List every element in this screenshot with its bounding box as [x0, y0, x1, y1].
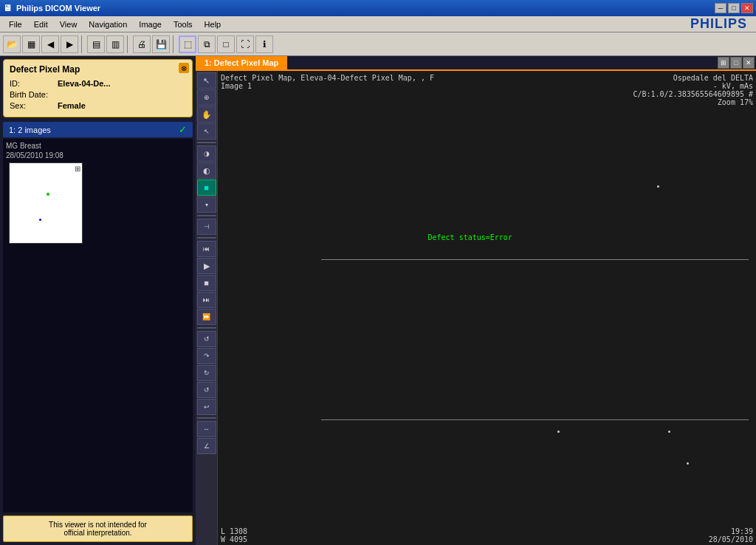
tool-sep-4 [197, 327, 216, 329]
vtab-restore[interactable]: □ [730, 57, 742, 69]
maximize-button[interactable]: □ [728, 3, 740, 13]
tool-pan[interactable]: ✋ [197, 106, 216, 123]
tool-r4[interactable]: ↺ [197, 382, 216, 398]
w-value: W 4095 [221, 535, 247, 544]
patient-card-title: Defect Pixel Map [10, 64, 186, 75]
tool-ff2[interactable]: ⏩ [197, 309, 216, 325]
menu-help[interactable]: Help [199, 18, 227, 30]
tb-back[interactable]: ◀ [41, 35, 59, 53]
vtab-grid[interactable]: ⊞ [718, 57, 729, 69]
tb-multi[interactable]: ▦ [22, 35, 40, 53]
tb-sep-3 [173, 35, 176, 53]
minimize-button[interactable]: ─ [715, 3, 726, 13]
tool-color[interactable]: ■ [197, 179, 216, 196]
tool-dropdown[interactable]: ▾ [197, 196, 216, 213]
tool-sep-1 [197, 142, 216, 143]
tool-ruler[interactable]: ↔ [197, 421, 216, 437]
tool-contrast[interactable]: ◐ [197, 162, 216, 179]
tool-cursor[interactable]: ↖ [197, 72, 216, 89]
warning-box: This viewer is not intended for official… [3, 515, 193, 542]
sex-value: Female [58, 101, 86, 110]
app-title: Philips DICOM Viewer [16, 4, 100, 13]
zoom-level: Zoom 17% [633, 98, 753, 106]
h-line-1 [321, 259, 749, 260]
tool-sep-2 [197, 215, 216, 216]
menu-navigation[interactable]: Navigation [83, 18, 133, 30]
toolbar: 📂 ▦ ◀ ▶ ▤ ▥ 🖨 💾 ⬚ ⧉ □ ⛶ ℹ [0, 32, 756, 56]
philips-logo: PHILIPS [690, 16, 753, 32]
dicom-image-num: Image 1 [221, 82, 434, 90]
viewer-area: ↖ ⊕ ✋ ↖ ◑ ◐ ■ ▾ ⊣ ⏮ ▶ ■ ⏭ ⏩ ↺ ↷ ↻ [196, 71, 756, 545]
tb-single[interactable]: □ [217, 35, 235, 53]
tb-print[interactable]: 🖨 [133, 35, 151, 53]
tool-select[interactable]: ↖ [197, 123, 216, 140]
tool-sep-5 [197, 417, 216, 419]
menu-tools[interactable]: Tools [168, 18, 199, 30]
dicom-canvas[interactable]: Defect Pixel Map, Eleva-04-Defect Pixel … [218, 71, 756, 545]
h-line-2 [321, 419, 749, 420]
patient-card: Defect Pixel Map ⊗ ID: Eleva-04-De... Bi… [3, 59, 193, 117]
thumb-dot-blue [39, 219, 41, 221]
tb-split[interactable]: ⧉ [198, 35, 216, 53]
tool-play[interactable]: ▶ [197, 258, 216, 274]
viewer-tab-controls: ⊞ □ ✕ [718, 56, 756, 69]
vtab-close[interactable]: ✕ [743, 57, 755, 69]
viewer-tabs: 1: Defect Pixel Map ⊞ □ ✕ [196, 56, 756, 71]
dot-1 [657, 185, 659, 188]
image-list-label: 1: 2 images [9, 126, 51, 134]
thumbnail[interactable]: ⊞ [9, 162, 83, 244]
tool-fast-fwd[interactable]: ⏭ [197, 292, 216, 308]
tool-measure[interactable]: ⊣ [197, 219, 216, 235]
warning-line1: This viewer is not intended for [10, 521, 186, 529]
tool-play-first[interactable]: ⏮ [197, 241, 216, 257]
series-label: MG Breast [6, 142, 190, 150]
left-panel: Defect Pixel Map ⊗ ID: Eleva-04-De... Bi… [0, 56, 196, 545]
tb-sep-2 [127, 35, 130, 53]
menu-bar: File Edit View Navigation Image Tools He… [0, 16, 756, 32]
check-icon: ✓ [179, 124, 187, 135]
tb-layout2[interactable]: ▥ [106, 35, 124, 53]
id-label: ID: [10, 79, 58, 88]
thumb-icon: ⊞ [75, 165, 80, 173]
tb-export[interactable]: 💾 [152, 35, 170, 53]
tb-forward[interactable]: ▶ [61, 35, 78, 53]
tool-rotate-circle[interactable]: ◑ [197, 145, 216, 162]
menu-image[interactable]: Image [133, 18, 168, 30]
close-button[interactable]: ✕ [741, 3, 753, 13]
menu-view[interactable]: View [54, 18, 83, 30]
birthdate-label: Birth Date: [10, 90, 58, 99]
tb-layout1[interactable]: ▤ [87, 35, 105, 53]
lw-values: L 1308 W 4095 [221, 527, 247, 544]
dot-5 [687, 462, 689, 465]
image-list-body: MG Breast 28/05/2010 19:08 ⊞ [3, 139, 193, 513]
tb-info[interactable]: ℹ [255, 35, 273, 53]
tool-stop[interactable]: ■ [197, 275, 216, 291]
tool-r2[interactable]: ↷ [197, 348, 216, 364]
tb-fullscreen[interactable]: ⛶ [236, 35, 254, 53]
defect-status: Defect status=Error [428, 233, 512, 241]
dicom-info-top-left: Defect Pixel Map, Eleva-04-Defect Pixel … [221, 74, 434, 90]
tb-open[interactable]: 📂 [3, 35, 21, 53]
kv-mas: - kV, mAs [633, 82, 753, 90]
title-bar-controls: ─ □ ✕ [715, 3, 753, 13]
tool-sep-3 [197, 237, 216, 239]
thumb-dot-green [47, 193, 49, 196]
sex-label: Sex: [10, 101, 58, 110]
menu-edit[interactable]: Edit [28, 18, 54, 30]
tool-r3[interactable]: ↻ [197, 365, 216, 381]
right-panel: 1: Defect Pixel Map ⊞ □ ✕ ↖ ⊕ ✋ ↖ ◑ ◐ ■ … [196, 56, 756, 545]
dicom-title: Defect Pixel Map, Eleva-04-Defect Pixel … [221, 74, 434, 82]
image-list-header[interactable]: 1: 2 images ✓ [3, 122, 193, 137]
viewer-tab[interactable]: 1: Defect Pixel Map [196, 56, 287, 69]
main-area: Defect Pixel Map ⊗ ID: Eleva-04-De... Bi… [0, 56, 756, 545]
tool-r5[interactable]: ↩ [197, 399, 216, 415]
patient-card-close[interactable]: ⊗ [179, 63, 189, 73]
tb-view-mode[interactable]: ⬚ [179, 35, 196, 53]
l-value: L 1308 [221, 527, 247, 535]
tool-angle[interactable]: ∠ [197, 438, 216, 454]
tool-zoom-region[interactable]: ⊕ [197, 89, 216, 106]
tool-r1[interactable]: ↺ [197, 331, 216, 347]
sex-row: Sex: Female [10, 101, 186, 110]
menu-file[interactable]: File [3, 18, 28, 30]
tool-strip: ↖ ⊕ ✋ ↖ ◑ ◐ ■ ▾ ⊣ ⏮ ▶ ■ ⏭ ⏩ ↺ ↷ ↻ [196, 71, 218, 545]
